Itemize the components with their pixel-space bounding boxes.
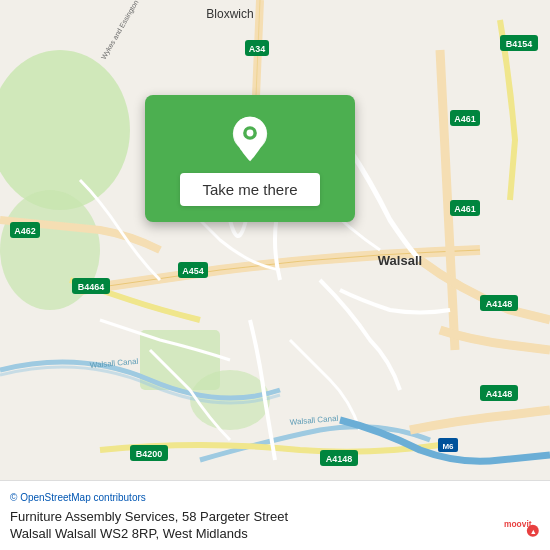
svg-text:moovit: moovit — [504, 519, 532, 529]
address-line1: Furniture Assembly Services, 58 Pargeter… — [10, 509, 540, 524]
take-me-there-button[interactable]: Take me there — [180, 173, 319, 206]
svg-point-36 — [247, 130, 254, 137]
footer: © OpenStreetMap contributors Furniture A… — [0, 480, 550, 550]
location-pin-icon — [226, 115, 274, 163]
osm-credit: © OpenStreetMap contributors — [10, 492, 540, 503]
svg-text:M6: M6 — [442, 442, 454, 451]
svg-text:A454: A454 — [182, 266, 204, 276]
moovit-logo: moovit ▲ — [504, 508, 540, 544]
svg-text:A34: A34 — [249, 44, 266, 54]
svg-text:A462: A462 — [14, 226, 36, 236]
svg-text:Walsall: Walsall — [378, 253, 422, 268]
svg-text:▲: ▲ — [530, 527, 537, 536]
svg-text:B4464: B4464 — [78, 282, 105, 292]
svg-text:A461: A461 — [454, 114, 476, 124]
cta-card: Take me there — [145, 95, 355, 222]
map-container: A34 A454 A461 A461 A462 A4148 A4148 A414… — [0, 0, 550, 480]
svg-text:B4200: B4200 — [136, 449, 163, 459]
svg-text:A4148: A4148 — [486, 299, 513, 309]
svg-text:B4154: B4154 — [506, 39, 533, 49]
osm-credit-text: © OpenStreetMap contributors — [10, 492, 146, 503]
address-line2: Walsall Walsall WS2 8RP, West Midlands — [10, 526, 540, 541]
svg-text:A4148: A4148 — [326, 454, 353, 464]
app: A34 A454 A461 A461 A462 A4148 A4148 A414… — [0, 0, 550, 550]
svg-text:A4148: A4148 — [486, 389, 513, 399]
moovit-icon: moovit ▲ — [504, 508, 540, 544]
svg-text:Bloxwich: Bloxwich — [206, 7, 253, 21]
svg-text:A461: A461 — [454, 204, 476, 214]
